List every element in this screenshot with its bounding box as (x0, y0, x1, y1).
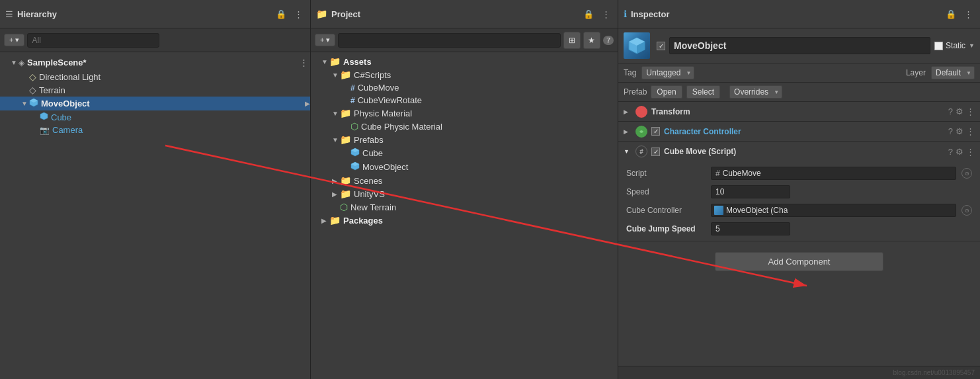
hierarchy-lock-icon[interactable]: 🔒 (274, 8, 288, 21)
prefab-select-button[interactable]: Select (686, 85, 720, 99)
component-controls: ? ⚙ ⋮ (948, 126, 975, 136)
inspector-lock-icon[interactable]: 🔒 (944, 8, 958, 21)
hierarchy-more-icon[interactable]: ⋮ (292, 8, 305, 21)
scene-icon: ◈ (19, 58, 24, 67)
hierarchy-item-label: Cube (51, 112, 71, 122)
watermark-text: blog.csdn.net/u0013895457 (893, 369, 975, 376)
hierarchy-item-cube[interactable]: Cube (0, 110, 310, 124)
script-ref-value: CubeMove (723, 169, 761, 178)
hierarchy-item-samplescene[interactable]: ◈ SampleScene* ⋮ (0, 55, 310, 70)
expand-arrow (332, 177, 340, 185)
project-item-cubeviewrotate[interactable]: # CubeViewRotate (311, 94, 618, 106)
project-star-icon[interactable]: ★ (583, 32, 600, 49)
project-title: Project (331, 9, 577, 19)
project-item-unityvs[interactable]: 📁 UnityVS (311, 187, 618, 200)
project-item-cubemove[interactable]: # CubeMove (311, 81, 618, 94)
project-lock-icon[interactable]: 🔒 (581, 8, 596, 21)
component-more-icon[interactable]: ⋮ (966, 147, 975, 157)
controller-ref-field[interactable]: MoveObject (Cha (711, 204, 956, 217)
hierarchy-add-button[interactable]: + ▾ (4, 34, 24, 46)
prefab-overrides-dropdown[interactable]: Overrides (729, 85, 782, 99)
hierarchy-item-label: Terrain (39, 85, 65, 95)
project-item-scenes[interactable]: 📁 Scenes (311, 174, 618, 187)
component-settings-icon[interactable]: ⚙ (956, 126, 963, 136)
controller-field-row: Cube Controller MoveObject (Cha ⊙ (618, 201, 980, 220)
hierarchy-item-label: MoveObject (41, 99, 90, 108)
script-ref-field[interactable]: # CubeMove (711, 167, 956, 180)
layer-dropdown[interactable]: Default (931, 66, 975, 79)
object-active-checkbox[interactable] (657, 42, 665, 50)
project-item-label: Cube Physic Material (361, 122, 442, 132)
project-item-moveobject-prefab[interactable]: MoveObject (311, 160, 618, 174)
component-cube-move-header[interactable]: ▼ # Cube Move (Script) ? ⚙ ⋮ (618, 142, 980, 161)
speed-label: Speed (626, 187, 706, 196)
expand-arrow (11, 59, 19, 66)
inspector-panel: ℹ Inspector 🔒 ⋮ Static ▼ (618, 0, 980, 379)
component-title: Cube Move (Script) (664, 147, 944, 156)
layer-label: Layer (906, 68, 926, 77)
project-item-packages[interactable]: 📁 Packages (311, 214, 618, 227)
component-settings-icon[interactable]: ⚙ (956, 106, 963, 116)
component-help-icon[interactable]: ? (948, 106, 953, 116)
hierarchy-toolbar: + ▾ (0, 28, 310, 52)
script-active-checkbox[interactable] (651, 147, 660, 156)
object-icon (624, 32, 650, 59)
project-item-cube-prefab[interactable]: Cube (311, 146, 618, 160)
controller-active-checkbox[interactable] (651, 127, 660, 136)
inspector-bottom: blog.csdn.net/u0013895457 (618, 366, 980, 379)
script-select-btn[interactable]: ⊙ (961, 168, 972, 179)
controller-select-btn[interactable]: ⊙ (961, 205, 972, 216)
project-more-icon[interactable]: ⋮ (600, 8, 612, 21)
component-settings-icon[interactable]: ⚙ (956, 147, 963, 157)
jump-input[interactable] (711, 222, 790, 235)
project-toolbar: + ▾ ⊞ ★ 7 (311, 28, 618, 52)
hierarchy-item-label: Directional Light (39, 72, 101, 82)
prefab-label: Prefab (624, 87, 647, 97)
more-icon[interactable]: ⋮ (298, 56, 310, 69)
project-item-assets[interactable]: 📁 Assets (311, 55, 618, 68)
project-item-csharp[interactable]: 📁 C#Scripts (311, 68, 618, 81)
inspector-info-icon: ℹ (624, 9, 627, 19)
project-item-cubephysicmat[interactable]: ⬡ Cube Physic Material (311, 120, 618, 133)
tag-dropdown[interactable]: Untagged (641, 66, 694, 79)
project-add-button[interactable]: + ▾ (315, 34, 335, 46)
component-character-controller[interactable]: ▶ Character Controller ? ⚙ ⋮ (618, 122, 980, 142)
project-item-label: MoveObject (362, 162, 408, 172)
component-help-icon[interactable]: ? (948, 126, 953, 136)
child-expand-icon[interactable]: ▶ (305, 100, 310, 107)
object-name-field[interactable] (669, 37, 930, 54)
inspector-more-icon[interactable]: ⋮ (962, 8, 975, 21)
component-arrow: ▶ (624, 128, 632, 135)
component-more-icon[interactable]: ⋮ (966, 106, 975, 116)
hierarchy-search-input[interactable] (27, 33, 159, 48)
expand-arrow (332, 110, 340, 117)
hierarchy-item-directionallight[interactable]: ◇ Directional Light (0, 70, 310, 83)
add-component-button[interactable]: Add Component (715, 252, 884, 271)
project-item-label: CubeMove (358, 83, 399, 93)
component-help-icon[interactable]: ? (948, 147, 953, 157)
expand-arrow (332, 136, 340, 144)
tag-layer-row: Tag Untagged Layer Default (618, 63, 980, 83)
project-item-prefabs[interactable]: 📁 Prefabs (311, 133, 618, 146)
static-dropdown-arrow[interactable]: ▼ (969, 42, 975, 49)
component-transform[interactable]: ▶ Transform ? ⚙ ⋮ (618, 102, 980, 122)
project-panel: 📁 Project 🔒 ⋮ + ▾ ⊞ ★ 7 📁 Assets (311, 0, 618, 379)
project-search-input[interactable] (338, 33, 560, 48)
project-item-label: C#Scripts (354, 70, 391, 80)
project-item-label: Cube (362, 148, 383, 158)
hierarchy-item-terrain[interactable]: ◇ Terrain (0, 83, 310, 97)
inspector-header: ℹ Inspector 🔒 ⋮ (618, 0, 980, 28)
transform-icon (635, 106, 647, 118)
project-layout-icon[interactable]: ⊞ (563, 32, 581, 49)
hierarchy-panel: ☰ Hierarchy 🔒 ⋮ + ▾ ◈ SampleScene* ⋮ ◇ (0, 0, 311, 379)
project-item-newterrain[interactable]: ⬡ New Terrain (311, 200, 618, 214)
script-icon: # (635, 146, 647, 157)
project-item-physicmat-folder[interactable]: 📁 Physic Material (311, 106, 618, 120)
prefab-open-button[interactable]: Open (651, 85, 682, 99)
static-checkbox[interactable] (934, 42, 943, 50)
hierarchy-item-moveobject[interactable]: MoveObject ▶ (0, 97, 310, 110)
hierarchy-item-camera[interactable]: 📷 Camera (0, 124, 310, 136)
component-more-icon[interactable]: ⋮ (966, 126, 975, 136)
prefab-cube-icon (350, 161, 360, 173)
speed-input[interactable] (711, 185, 790, 198)
